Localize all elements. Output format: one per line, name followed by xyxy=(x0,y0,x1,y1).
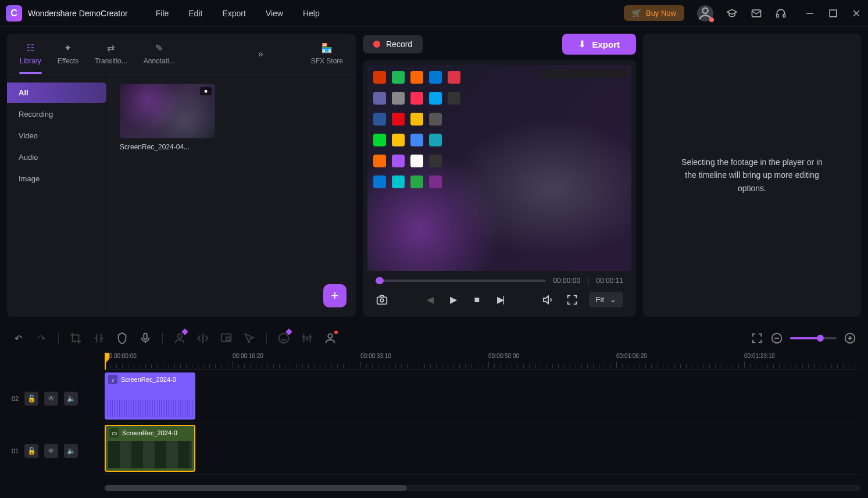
video-badge-icon: ■ xyxy=(200,87,212,95)
more-tabs-icon[interactable]: » xyxy=(253,49,268,59)
track-head-1: 01 🔓 👁 🔈 xyxy=(7,425,105,477)
tab-transitions[interactable]: ⇄ Transitio... xyxy=(87,38,135,70)
video-clip[interactable]: ▭ ScreenRec_2024-0 xyxy=(105,425,195,472)
split-icon[interactable] xyxy=(92,332,105,345)
separator xyxy=(58,333,59,343)
sparkle-icon: ✦ xyxy=(64,42,72,53)
fit-label: Fit xyxy=(596,295,604,304)
sidebar-item-audio[interactable]: Audio xyxy=(7,147,106,167)
titlebar: C Wondershare DemoCreator File Edit Expo… xyxy=(0,0,868,27)
fit-timeline-icon[interactable] xyxy=(751,332,763,345)
zoom-slider[interactable] xyxy=(790,337,837,339)
audio-clip[interactable]: ♪ ScreenRec_2024-0 xyxy=(105,372,195,420)
timeline-tracks[interactable]: 00:00:00:00 00:00:16:20 00:00:33:10 00:0… xyxy=(105,353,861,483)
redo-icon[interactable]: ↷ xyxy=(35,332,48,345)
media-grid: ■ ScreenRec_2024-04... xyxy=(110,74,356,317)
menubar: File Edit Export View Help xyxy=(156,9,320,18)
timeline-scrollbar[interactable] xyxy=(105,485,861,491)
film-icon: ▭ xyxy=(109,428,119,438)
lock-icon[interactable]: 🔓 xyxy=(24,392,38,406)
main-area: ☷ Library ✦ Effects ⇄ Transitio... ✎ Ann… xyxy=(0,27,868,324)
account-icon[interactable] xyxy=(697,5,713,22)
graduation-icon[interactable] xyxy=(726,8,738,19)
close-icon[interactable] xyxy=(851,8,862,19)
titlebar-right: 🛒 Buy Now xyxy=(624,5,862,22)
timeline-toolbar: ↶ ↷ xyxy=(7,328,861,348)
sidebar-item-image[interactable]: Image xyxy=(7,169,106,189)
ai-voice-icon[interactable] xyxy=(324,332,337,345)
playhead[interactable] xyxy=(105,353,106,370)
export-button[interactable]: ⬇ Export xyxy=(562,34,636,55)
cursor-icon[interactable] xyxy=(243,332,256,345)
menu-file[interactable]: File xyxy=(156,9,169,18)
svg-point-11 xyxy=(177,334,181,338)
mute-icon[interactable]: 🔈 xyxy=(64,392,78,406)
mail-icon[interactable] xyxy=(751,8,762,19)
mute-icon[interactable]: 🔈 xyxy=(64,444,78,458)
eye-icon[interactable]: 👁 xyxy=(44,444,58,458)
record-button[interactable]: Record xyxy=(363,35,423,53)
zoom-out-icon[interactable] xyxy=(770,332,783,345)
preview-content xyxy=(373,71,463,193)
track-headers: 02 🔓 👁 🔈 01 🔓 👁 🔈 xyxy=(7,353,105,483)
undo-icon[interactable]: ↶ xyxy=(12,332,24,345)
tab-library-label: Library xyxy=(20,57,41,65)
crop-icon[interactable] xyxy=(69,332,82,345)
menu-view[interactable]: View xyxy=(266,9,283,18)
audio-adjust-icon[interactable] xyxy=(301,332,313,345)
tab-effects[interactable]: ✦ Effects xyxy=(49,38,87,70)
play-icon[interactable]: ▶ xyxy=(447,293,460,306)
clip-name: ScreenRec_2024-0 xyxy=(121,376,176,383)
mirror-icon[interactable] xyxy=(197,332,209,345)
time-separator: | xyxy=(587,277,589,285)
record-dot-icon xyxy=(373,41,380,48)
lock-icon[interactable]: 🔓 xyxy=(24,444,38,458)
sidebar-item-all[interactable]: All xyxy=(7,83,106,103)
ai-portrait-icon[interactable] xyxy=(173,332,186,345)
smiley-icon[interactable] xyxy=(277,332,290,345)
waveform-icon: ♪ xyxy=(108,375,117,384)
right-panel-hint: Selecting the footage in the player or i… xyxy=(677,156,828,195)
volume-icon[interactable] xyxy=(542,293,555,306)
track-row-2[interactable]: ♪ ScreenRec_2024-0 xyxy=(105,370,861,422)
zoom-slider-handle[interactable] xyxy=(817,335,824,342)
track-head-2: 02 🔓 👁 🔈 xyxy=(7,372,105,425)
next-frame-icon[interactable]: ▶| xyxy=(494,293,506,306)
preview-video[interactable] xyxy=(367,65,631,271)
fullscreen-icon[interactable] xyxy=(566,293,578,306)
minimize-icon[interactable] xyxy=(804,8,816,19)
zoom-in-icon[interactable] xyxy=(844,332,856,345)
menu-edit[interactable]: Edit xyxy=(188,9,202,18)
svg-rect-2 xyxy=(777,14,778,17)
marker-icon[interactable] xyxy=(116,332,128,345)
sidebar-item-recording[interactable]: Recording xyxy=(7,104,106,124)
app-logo: C xyxy=(6,5,22,22)
store-icon: 🏪 xyxy=(321,42,333,53)
track-row-1[interactable]: ▭ ScreenRec_2024-0 xyxy=(105,422,861,475)
tab-sfx-store[interactable]: 🏪 SFX Store xyxy=(303,38,351,70)
add-media-button[interactable]: + xyxy=(323,284,347,307)
menu-help[interactable]: Help xyxy=(303,9,320,18)
stop-icon[interactable]: ■ xyxy=(470,293,483,306)
ruler-tick: 00:00:33:10 xyxy=(360,353,391,359)
headset-icon[interactable] xyxy=(775,8,787,19)
buy-now-label: Buy Now xyxy=(646,9,676,17)
timeline-ruler[interactable]: 00:00:00:00 00:00:16:20 00:00:33:10 00:0… xyxy=(105,353,861,370)
eye-icon[interactable]: 👁 xyxy=(44,392,58,406)
menu-export[interactable]: Export xyxy=(222,9,245,18)
voiceover-icon[interactable] xyxy=(139,332,152,345)
ruler-tick: 00:01:23:10 xyxy=(744,353,775,359)
tab-library[interactable]: ☷ Library xyxy=(12,38,49,70)
tab-annotations[interactable]: ✎ Annotati... xyxy=(135,38,183,70)
sidebar-item-video[interactable]: Video xyxy=(7,126,106,146)
maximize-icon[interactable] xyxy=(827,8,839,19)
prev-frame-icon[interactable]: ◀ xyxy=(424,293,437,306)
scrub-thumb[interactable] xyxy=(376,277,384,284)
scrub-track[interactable] xyxy=(376,280,546,282)
snapshot-icon[interactable] xyxy=(376,293,388,306)
buy-now-button[interactable]: 🛒 Buy Now xyxy=(624,5,684,21)
fit-dropdown[interactable]: Fit ⌄ xyxy=(589,292,623,307)
pip-icon[interactable] xyxy=(220,332,233,345)
media-item[interactable]: ■ ScreenRec_2024-04... xyxy=(120,84,215,151)
right-panel: Selecting the footage in the player or i… xyxy=(643,34,861,317)
